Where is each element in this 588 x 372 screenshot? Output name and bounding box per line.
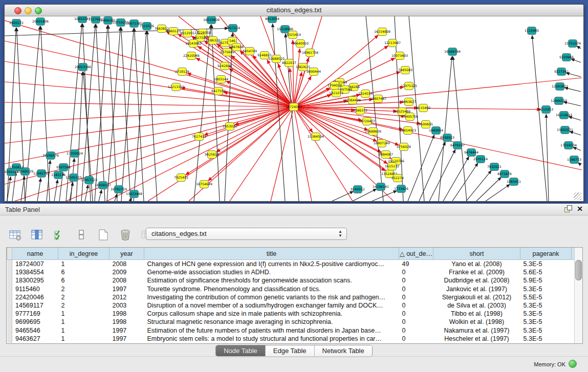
table-row[interactable]: 1872400712008Changes of HCN gene express… — [7, 260, 575, 269]
column-header-short[interactable]: short — [433, 248, 520, 260]
graph-node[interactable]: 20053346 — [75, 63, 91, 71]
network-window-titlebar[interactable]: citations_edges.txt — [5, 5, 583, 16]
svg-text:12444150: 12444150 — [551, 99, 567, 102]
graph-node[interactable]: 10807487 — [370, 95, 386, 103]
window-resize-grip[interactable] — [574, 192, 581, 200]
vertical-scrollbar[interactable] — [574, 248, 582, 343]
select-columns-icon[interactable] — [30, 228, 45, 242]
graph-node[interactable]: 9699695 — [419, 121, 433, 128]
graph-node[interactable]: 2803144 — [214, 76, 228, 83]
graph-node[interactable]: 10688609 — [365, 128, 381, 136]
tab-edge-table[interactable]: Edge Table — [266, 345, 315, 356]
svg-text:1362615: 1362615 — [296, 65, 310, 69]
graph-node[interactable]: 16754649 — [196, 181, 212, 188]
graph-node[interactable]: 15751074 — [564, 40, 581, 48]
graph-node[interactable]: 16948784 — [444, 48, 461, 56]
graph-node[interactable]: 1853022 — [223, 123, 237, 130]
cell-in_degree: 1 — [58, 335, 110, 343]
graph-node[interactable]: 8938923 — [440, 134, 454, 142]
column-header-year[interactable]: year — [110, 248, 144, 260]
table-selector-dropdown[interactable]: citations_edges.txt ▲▼ — [146, 228, 347, 240]
graph-node[interactable]: 9474444 — [464, 149, 478, 157]
graph-node[interactable]: 2718126 — [175, 68, 189, 76]
graph-node[interactable]: 9227342 — [554, 68, 569, 76]
graph-node[interactable]: 9463627 — [402, 98, 416, 106]
graph-node[interactable]: 6479197 — [450, 142, 465, 149]
graph-node[interactable]: 16154808 — [374, 28, 390, 36]
graph-node[interactable]: 7617433 — [192, 133, 206, 141]
graph-node[interactable]: 1166753 — [567, 156, 581, 164]
graph-node[interactable]: 12093872 — [552, 83, 568, 91]
dropdown-arrows-icon: ▲▼ — [338, 230, 342, 238]
graph-node[interactable]: 12213319 — [168, 83, 184, 91]
graph-node[interactable]: 1733426 — [394, 185, 408, 193]
table-settings-icon[interactable] — [8, 228, 23, 242]
graph-node[interactable]: 1840954 — [429, 127, 443, 135]
citation-network-graph[interactable]: 1905572206914061065328715276026466160107… — [5, 16, 582, 201]
table-row[interactable]: 1830029562008Estimation of significance … — [7, 276, 575, 285]
graph-node[interactable]: 252274 — [391, 174, 404, 182]
graph-node[interactable]: 20691406 — [32, 18, 49, 26]
graph-node[interactable]: 7485083 — [398, 67, 412, 74]
column-header-pagerank[interactable]: pagerank — [520, 248, 572, 260]
graph-node[interactable]: 8912955 — [180, 30, 194, 37]
graph-node[interactable]: 12213987 — [384, 39, 401, 47]
select-all-icon[interactable] — [52, 228, 67, 242]
graph-node[interactable]: 9115460 — [416, 104, 430, 112]
column-header-out_degree[interactable]: △ out_de… — [399, 248, 433, 260]
cell-out_degree: 0 — [399, 285, 433, 293]
graph-node[interactable]: 11923448 — [126, 190, 142, 198]
delete-icon[interactable] — [118, 228, 133, 242]
memory-status-icon[interactable] — [569, 360, 577, 368]
svg-text:8938923: 8938923 — [440, 136, 454, 139]
cell-title: Structural magnetic resonance image aver… — [144, 318, 399, 326]
table-row[interactable]: 911546021997Tourette syndrome. Phenomeno… — [7, 285, 575, 293]
new-document-icon[interactable] — [96, 228, 111, 242]
tab-node-table[interactable]: Node Table — [216, 345, 266, 356]
graph-node[interactable]: 15692071 — [557, 126, 573, 134]
graph-node[interactable]: 7925402 — [174, 174, 188, 182]
network-canvas[interactable]: 1905572206914061065328715276026466160107… — [5, 16, 582, 201]
close-icon[interactable]: ✕ — [577, 205, 583, 212]
cell-short: Dudbridge et al. (2008) — [433, 276, 520, 285]
graph-node[interactable]: 16210643 — [556, 112, 572, 119]
graph-node[interactable]: 16961758 — [302, 49, 318, 57]
graph-node[interactable]: 9329966 — [559, 54, 574, 61]
column-header-in_degree[interactable]: in_degree — [58, 248, 110, 260]
graph-node[interactable]: 7857224 — [226, 25, 240, 32]
graph-node[interactable]: 1145134 — [51, 171, 66, 179]
table-row[interactable]: 946362711997Embryonic stem cells: a mode… — [7, 335, 575, 343]
graph-node[interactable]: 9756928 — [397, 143, 411, 151]
table-selector-value: citations_edges.txt — [151, 230, 207, 237]
table-row[interactable]: 969969511998Structural magnetic resonanc… — [7, 318, 575, 326]
table-row[interactable]: 977716911998Corpus callosum shape and si… — [7, 310, 575, 318]
scrollbar-thumb[interactable] — [575, 260, 582, 280]
graph-node[interactable]: 20206576 — [42, 152, 59, 160]
cell-year: 1997 — [110, 335, 144, 343]
graph-node[interactable]: 15384594 — [308, 133, 324, 141]
graph-node[interactable]: 9215953 — [539, 106, 553, 114]
graph-node[interactable]: 9245012 — [351, 186, 365, 193]
table-row[interactable]: 1456911722003Disruption of a novel membe… — [7, 301, 575, 310]
graph-node[interactable]: 7632621 — [487, 163, 502, 171]
graph-node[interactable]: 1065411 — [507, 178, 521, 186]
graph-node[interactable]: 16640910 — [292, 40, 309, 48]
graph-node[interactable]: 8471876 — [497, 170, 512, 178]
svg-text:9756928: 9756928 — [397, 145, 411, 148]
column-icon[interactable] — [74, 228, 89, 242]
graph-node[interactable]: 20364436 — [344, 97, 361, 104]
column-header-name[interactable]: name — [12, 248, 58, 260]
float-window-icon[interactable] — [564, 205, 572, 212]
graph-node[interactable]: 12444150 — [551, 97, 567, 105]
graph-node[interactable]: 8813054 — [265, 16, 279, 23]
column-header-title[interactable]: title — [144, 248, 399, 260]
graph-node[interactable]: 9890444 — [307, 68, 321, 76]
table-row[interactable]: 1938455462009Genome-wide association stu… — [7, 268, 575, 276]
graph-node[interactable]: 1115480 — [525, 27, 539, 35]
graph-node[interactable]: 2935114 — [473, 156, 488, 163]
svg-text:15495756: 15495756 — [402, 115, 418, 118]
table-row[interactable]: 946554611997Estimation of the future num… — [7, 326, 575, 335]
graph-node[interactable]: 16033809 — [203, 16, 220, 24]
tab-network-table[interactable]: Network Table — [315, 345, 372, 356]
table-row[interactable]: 2242004622012Investigating the contribut… — [7, 293, 575, 301]
